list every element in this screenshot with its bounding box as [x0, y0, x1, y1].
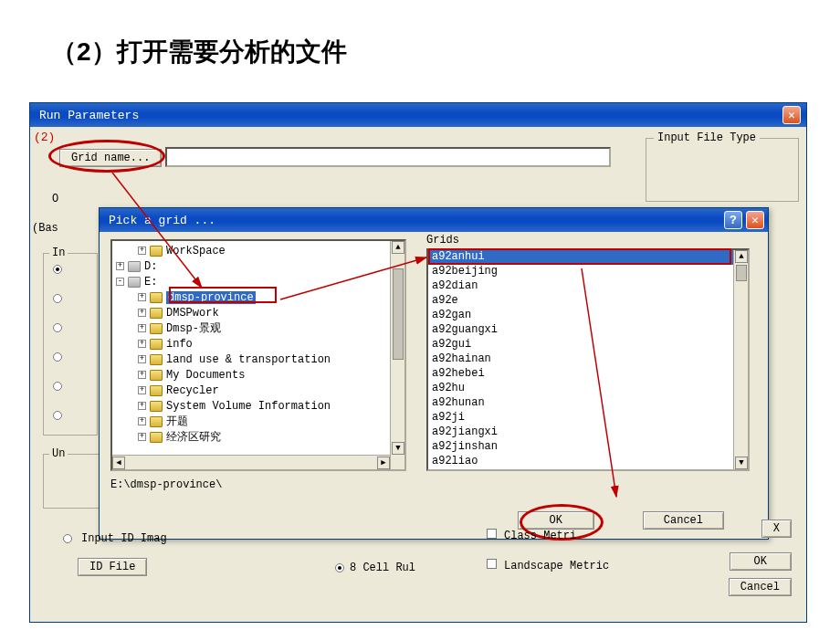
expand-icon[interactable]: + [138, 386, 146, 394]
tree-row[interactable]: +My Documents [138, 367, 401, 383]
expand-icon[interactable]: + [138, 324, 146, 332]
scrollbar-horizontal[interactable]: ◀ ▶ [112, 455, 390, 469]
list-item[interactable]: a92liao [428, 455, 748, 469]
grids-label: Grids [426, 234, 459, 247]
grid-name-button[interactable]: Grid name... [59, 149, 162, 167]
list-item[interactable]: a92hebei [428, 367, 748, 382]
expand-icon[interactable]: + [138, 402, 146, 410]
list-item[interactable]: a92e [428, 294, 748, 309]
run-parameters-titlebar: Run Parameters ✕ [30, 103, 806, 127]
tree-item-label[interactable]: Recycler [166, 384, 219, 397]
close-icon[interactable]: ✕ [782, 106, 801, 124]
radio-option[interactable] [53, 352, 62, 362]
list-item[interactable]: a92beijing [428, 265, 748, 279]
radio-option[interactable] [53, 411, 62, 420]
tree-item-label[interactable]: My Documents [166, 369, 245, 382]
grid-name-field[interactable] [165, 147, 611, 167]
list-item[interactable]: a92jiangxi [428, 425, 748, 440]
scroll-thumb[interactable] [393, 268, 404, 360]
tree-row[interactable]: +Dmsp-景观 [138, 320, 401, 336]
landscape-metric-label: Landscape Metric [504, 560, 609, 572]
scrollbar-vertical[interactable]: ▲ ▼ [733, 250, 748, 469]
annotation-step-2: (2) [34, 131, 55, 144]
tree-item-label[interactable]: dmsp-province [166, 291, 256, 304]
scroll-down-icon[interactable]: ▼ [392, 442, 404, 455]
list-item[interactable]: a92hu [428, 382, 748, 396]
tree-item-label[interactable]: System Volume Information [166, 400, 331, 413]
eight-cell-radio[interactable] [335, 563, 344, 572]
scroll-down-icon[interactable]: ▼ [735, 457, 748, 469]
tree-item-label[interactable]: 开题 [166, 414, 188, 429]
help-icon[interactable]: ? [724, 211, 742, 229]
expand-icon[interactable]: + [138, 293, 146, 301]
tree-row[interactable]: +Recycler [138, 383, 401, 398]
expand-icon[interactable]: + [138, 417, 146, 425]
scroll-thumb[interactable] [736, 265, 747, 281]
current-path-label: E:\dmsp-province\ [110, 478, 222, 491]
id-file-button[interactable]: ID File [78, 558, 147, 576]
radio-option[interactable] [53, 323, 62, 332]
tree-item-label[interactable]: WorkSpace [166, 245, 226, 257]
list-item[interactable]: a92hunan [428, 396, 748, 411]
folder-icon [150, 385, 163, 396]
tree-row[interactable]: +WorkSpace [138, 243, 401, 258]
list-item[interactable]: a92jinshan [428, 440, 748, 455]
close-icon[interactable]: ✕ [746, 211, 764, 229]
expand-icon[interactable]: + [138, 340, 146, 348]
un-group: Un [43, 454, 107, 509]
input-file-type-group: Input File Type [646, 138, 799, 202]
landscape-metric-checkbox[interactable] [487, 559, 497, 569]
tree-item-label[interactable]: 经济区研究 [166, 429, 221, 445]
list-item[interactable]: a92dian [428, 279, 748, 294]
folder-tree-pane[interactable]: +WorkSpace+D:-E:+dmsp-province+DMSPwork+… [110, 239, 406, 471]
fragment-bas-text: (Bas [32, 222, 58, 235]
tree-item-label[interactable]: D: [144, 260, 157, 273]
tree-item-label[interactable]: E: [144, 276, 157, 289]
scroll-right-icon[interactable]: ▶ [377, 457, 390, 469]
list-item[interactable]: a92gan [428, 309, 748, 323]
expand-icon[interactable]: + [138, 371, 146, 379]
run-parameters-window: Run Parameters ✕ (2) Grid name... Input … [29, 102, 807, 623]
cancel-button[interactable]: Cancel [729, 578, 792, 596]
scroll-up-icon[interactable]: ▲ [735, 250, 748, 263]
x-button[interactable]: X [761, 520, 792, 538]
tree-row[interactable]: +land use & transportation [138, 352, 401, 367]
folder-icon [150, 432, 163, 443]
collapse-icon[interactable]: - [116, 278, 124, 286]
grids-list-pane[interactable]: a92anhuia92beijinga92diana92ea92gana92gu… [426, 248, 750, 471]
radio-option[interactable] [53, 294, 62, 303]
drive-icon [128, 261, 141, 272]
tree-item-label[interactable]: DMSPwork [166, 307, 219, 320]
list-item[interactable]: a92guangxi [428, 323, 748, 338]
expand-icon[interactable]: + [116, 262, 124, 270]
expand-icon[interactable]: + [138, 247, 146, 255]
tree-row[interactable]: +System Volume Information [138, 398, 401, 414]
scroll-left-icon[interactable]: ◀ [112, 457, 125, 469]
scroll-up-icon[interactable]: ▲ [392, 241, 404, 254]
tree-item-label[interactable]: info [166, 338, 193, 351]
tree-item-label[interactable]: Dmsp-景观 [166, 320, 221, 336]
input-id-radio[interactable] [63, 534, 72, 543]
tree-row[interactable]: +D: [116, 258, 401, 274]
expand-icon[interactable]: + [138, 309, 146, 317]
list-item[interactable]: a92hainan [428, 352, 748, 367]
expand-icon[interactable]: + [138, 355, 146, 363]
tree-row[interactable]: +dmsp-province [138, 289, 401, 305]
expand-icon[interactable]: + [138, 433, 146, 441]
input-id-label: Input ID Imag [81, 532, 167, 545]
tree-row[interactable]: -E: [116, 274, 401, 289]
class-metric-checkbox[interactable] [487, 529, 497, 539]
tree-item-label[interactable]: land use & transportation [166, 353, 331, 366]
list-item[interactable]: a92gui [428, 338, 748, 352]
tree-row[interactable]: +DMSPwork [138, 305, 401, 320]
radio-option[interactable] [53, 382, 62, 391]
radio-option[interactable] [53, 265, 62, 274]
tree-row[interactable]: +经济区研究 [138, 429, 401, 445]
tree-row[interactable]: +info [138, 336, 401, 352]
in-group: In [43, 253, 98, 436]
ok-button[interactable]: OK [730, 552, 792, 571]
tree-row[interactable]: +开题 [138, 414, 401, 429]
list-item[interactable]: a92anhui [428, 250, 748, 265]
list-item[interactable]: a92ji [428, 411, 748, 425]
scrollbar-vertical[interactable]: ▲ ▼ [390, 241, 404, 469]
